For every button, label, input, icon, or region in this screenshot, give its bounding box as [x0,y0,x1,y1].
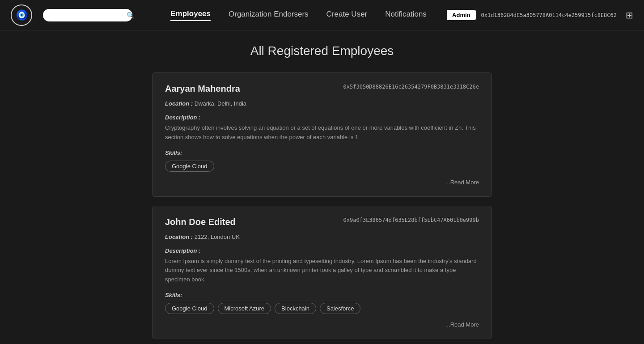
logo-icon[interactable]: 🧿 [11,4,32,26]
wallet-address: 0x1d136284dC5a305778A0114c4e259915fc8E8C… [481,12,617,18]
nav-link-org-endorsers[interactable]: Organization Endorsers [229,10,309,21]
location-value-2: 2122, London UK [195,234,240,240]
description-section-1: Description : Cryptography often involve… [165,114,479,142]
skills-label-2: Skills: [165,292,479,298]
search-icon: 🔍 [127,12,134,19]
skills-section-1: Skills: Google Cloud [165,149,479,172]
read-more-1[interactable]: ...Read More [165,179,479,186]
grid-icon[interactable]: ⊞ [626,10,633,21]
nav-links: Employees Organization Endorsers Create … [150,9,447,21]
skill-tag-google-cloud-2: Google Cloud [165,303,214,314]
search-input-wrapper: 🔍 [43,9,132,21]
skill-tag-salesforce-2: Salesforce [320,303,360,314]
location-label-2: Location : [165,234,193,240]
employee-hash-2: 0x9a0f3E386574df635E28bff5EbC47A601b0e99… [343,217,479,223]
employee-card-2: John Doe Edited 0x9a0f3E386574df635E28bf… [152,206,492,339]
nav-link-create-user[interactable]: Create User [326,10,368,21]
skill-tag-google-cloud-1: Google Cloud [165,161,214,172]
location-row-1: Location : Dwarka, Delhi, India [165,100,479,107]
card-header-2: John Doe Edited 0x9a0f3E386574df635E28bf… [165,217,479,227]
employee-hash-1: 0x5f3050D88826E16c26354279F0B3831e3318C2… [343,84,479,90]
nav-link-employees[interactable]: Employees [170,9,211,21]
navbar: 🧿 🔍 Employees Organization Endorsers Cre… [0,0,644,30]
logo-container: 🧿 [11,4,32,26]
description-text-2: Lorem Ipsum is simply dummy text of the … [165,257,479,285]
search-container: 🔍 [43,9,132,21]
description-label-1: Description : [165,114,479,121]
brain-icon: 🧿 [16,9,28,21]
location-row-2: Location : 2122, London UK [165,234,479,240]
employee-name-2: John Doe Edited [165,217,236,227]
page-title: All Registered Employees [11,44,633,58]
skills-tags-2: Google Cloud Microsoft Azure Blockchain … [165,303,479,314]
admin-badge: Admin [447,10,475,20]
employee-card-1: Aaryan Mahendra 0x5f3050D88826E16c263542… [152,72,492,197]
nav-link-notifications[interactable]: Notifications [385,10,427,21]
card-header-1: Aaryan Mahendra 0x5f3050D88826E16c263542… [165,84,479,94]
nav-right: Admin 0x1d136284dC5a305778A0114c4e259915… [447,10,633,21]
skills-tags-1: Google Cloud [165,161,479,172]
read-more-2[interactable]: ...Read More [165,321,479,328]
skills-section-2: Skills: Google Cloud Microsoft Azure Blo… [165,292,479,314]
location-value-1: Dwarka, Delhi, India [195,100,246,107]
description-label-2: Description : [165,247,479,254]
main-content: All Registered Employees Aaryan Mahendra… [0,30,644,344]
skills-label-1: Skills: [165,149,479,156]
employees-list: Aaryan Mahendra 0x5f3050D88826E16c263542… [152,72,492,339]
location-label-1: Location : [165,100,193,107]
skill-tag-blockchain-2: Blockchain [275,303,316,314]
search-input[interactable] [48,12,127,19]
skill-tag-microsoft-azure-2: Microsoft Azure [218,303,271,314]
employee-name-1: Aaryan Mahendra [165,84,240,94]
description-section-2: Description : Lorem Ipsum is simply dumm… [165,247,479,285]
description-text-1: Cryptography often involves solving an e… [165,123,479,142]
